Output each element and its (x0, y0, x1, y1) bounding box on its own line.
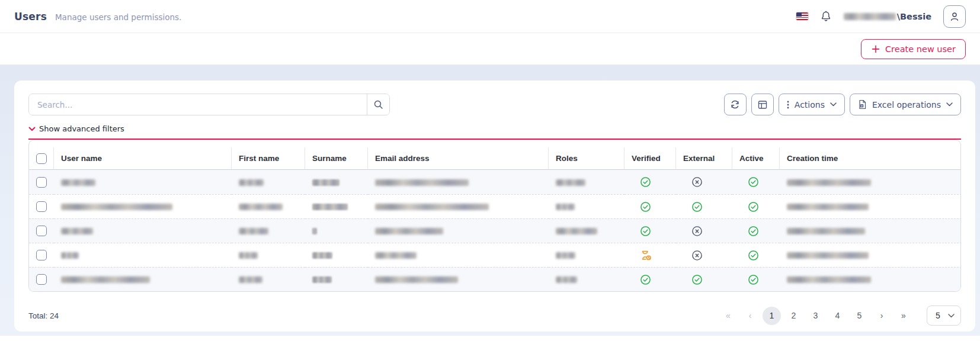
column-chooser-button[interactable] (751, 94, 774, 115)
redacted-text (312, 252, 332, 259)
language-flag-button[interactable] (796, 12, 808, 20)
page-button-4[interactable]: 4 (828, 307, 847, 325)
page-button-3[interactable]: 3 (806, 307, 825, 325)
show-advanced-filters-toggle[interactable]: Show advanced filters (28, 124, 124, 133)
cell-first-name (232, 170, 305, 194)
column-header-verified[interactable]: Verified (624, 147, 676, 170)
table-row[interactable] (29, 194, 961, 218)
check-circle-icon (748, 176, 759, 188)
cell-email (368, 243, 549, 267)
table-row[interactable] (29, 243, 961, 267)
cell-active (732, 218, 780, 243)
column-header-first-name[interactable]: First name (232, 147, 305, 170)
cell-first-name (232, 194, 305, 218)
excel-operations-dropdown-button[interactable]: Excel operations (850, 94, 961, 115)
chevron-down-icon (830, 102, 837, 107)
x-circle-icon (691, 176, 703, 188)
first-page-button[interactable]: « (719, 307, 737, 325)
cell-active (732, 243, 780, 267)
search-box (28, 94, 390, 115)
cell-creation-time (780, 170, 961, 194)
cell-verified (624, 267, 676, 291)
refresh-icon (730, 99, 740, 110)
cell-surname (305, 243, 368, 267)
actions-label: Actions (795, 100, 825, 110)
redacted-text (375, 252, 417, 259)
row-checkbox[interactable] (36, 274, 47, 285)
cell-external (676, 218, 732, 243)
check-circle-icon (748, 226, 759, 237)
table-row[interactable] (29, 267, 961, 291)
column-header-creation-time[interactable]: Creation time (780, 147, 961, 170)
redacted-text (375, 179, 469, 186)
row-checkbox[interactable] (36, 226, 47, 236)
cell-creation-time (780, 243, 961, 267)
page-subtitle: Manage users and permissions. (55, 12, 181, 22)
page-size-select[interactable]: 5 (927, 305, 961, 326)
user-menu-button[interactable] (943, 5, 966, 28)
redacted-text (375, 228, 443, 234)
redacted-text (556, 204, 575, 210)
cell-email (368, 267, 549, 291)
column-header-user-name[interactable]: User name (54, 147, 232, 170)
table-row[interactable] (29, 170, 961, 194)
redacted-text (787, 252, 869, 259)
user-name-text: \Bessie (897, 12, 931, 21)
page-title: Users (14, 11, 47, 22)
cell-first-name (232, 218, 305, 243)
row-checkbox[interactable] (36, 177, 47, 188)
redacted-text (239, 252, 258, 259)
excel-operations-label: Excel operations (872, 100, 941, 110)
cell-creation-time (780, 194, 961, 218)
cell-email (368, 194, 549, 218)
kebab-menu-icon (787, 101, 789, 109)
cell-surname (305, 170, 368, 194)
cell-verified (624, 243, 676, 267)
cell-roles (549, 267, 624, 291)
x-circle-icon (691, 250, 703, 261)
notifications-button[interactable] (820, 10, 832, 22)
table-row[interactable] (29, 218, 961, 243)
previous-page-button[interactable]: ‹ (741, 307, 759, 325)
column-header-external[interactable]: External (676, 147, 732, 170)
search-button[interactable] (367, 94, 389, 115)
chevron-down-icon (28, 127, 36, 131)
check-circle-icon (691, 274, 703, 285)
next-page-button[interactable]: › (872, 307, 891, 325)
cell-external (676, 194, 732, 218)
column-header-surname[interactable]: Surname (305, 147, 368, 170)
search-input[interactable] (29, 94, 367, 115)
row-checkbox[interactable] (36, 250, 47, 260)
refresh-button[interactable] (724, 94, 747, 115)
page-button-2[interactable]: 2 (784, 307, 803, 325)
user-icon (949, 11, 960, 22)
column-header-active[interactable]: Active (732, 147, 780, 170)
select-all-checkbox[interactable] (36, 153, 47, 164)
show-advanced-filters-label: Show advanced filters (39, 124, 124, 133)
row-checkbox[interactable] (36, 201, 47, 212)
cell-user-name (54, 243, 232, 267)
last-page-button[interactable]: » (894, 307, 912, 325)
redacted-text (239, 179, 264, 186)
page-button-5[interactable]: 5 (850, 307, 869, 325)
cell-email (368, 170, 549, 194)
redacted-text (375, 204, 489, 210)
top-header-bar: Users Manage users and permissions. \Bes… (0, 0, 980, 33)
page-button-1[interactable]: 1 (763, 307, 781, 325)
search-icon (373, 99, 383, 110)
cell-user-name (54, 194, 232, 218)
total-count-label: Total: 24 (28, 311, 59, 320)
redacted-text (312, 228, 317, 234)
check-circle-icon (691, 201, 703, 213)
users-card: Actions Excel operations (14, 81, 975, 332)
redacted-text (312, 179, 340, 186)
column-header-roles[interactable]: Roles (549, 147, 624, 170)
column-header-email[interactable]: Email address (368, 147, 549, 170)
check-circle-icon (640, 274, 651, 285)
cell-roles (549, 170, 624, 194)
cell-active (732, 170, 780, 194)
create-new-user-button[interactable]: + Create new user (861, 39, 966, 59)
check-circle-icon (748, 250, 759, 261)
create-new-user-label: Create new user (885, 44, 956, 54)
actions-dropdown-button[interactable]: Actions (779, 94, 845, 115)
